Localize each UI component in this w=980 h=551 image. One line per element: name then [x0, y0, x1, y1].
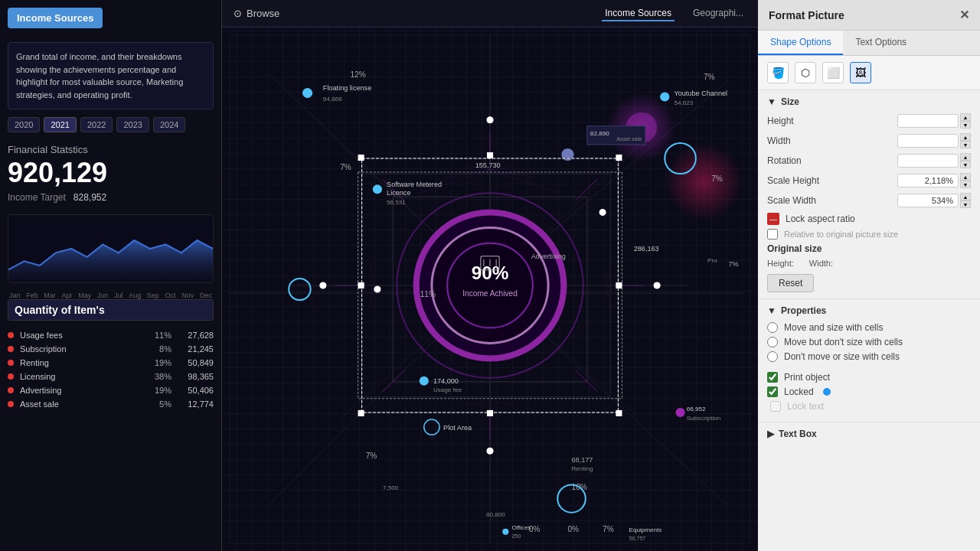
dot-advertising — [8, 387, 14, 393]
format-picture-tabs: Shape Options Text Options — [758, 31, 980, 56]
print-object-checkbox[interactable] — [767, 372, 778, 383]
svg-point-102 — [289, 279, 310, 300]
radio-move-size-input[interactable] — [767, 322, 778, 333]
locked-checkbox[interactable] — [767, 386, 778, 397]
svg-line-40 — [370, 285, 374, 308]
height-down[interactable]: ▼ — [960, 121, 971, 129]
rotation-label: Rotation — [767, 155, 897, 166]
effects-icon-button[interactable]: ⬜ — [822, 62, 844, 83]
radio-move-size-label: Move and size with cells — [784, 322, 883, 333]
svg-text:11%: 11% — [420, 290, 436, 298]
close-button[interactable]: ✕ — [959, 8, 969, 22]
svg-line-13 — [490, 285, 642, 420]
tab-geography[interactable]: Geographi... — [690, 6, 746, 21]
row-val: 50,849 — [172, 358, 214, 367]
year-tab-2023[interactable]: 2023 — [116, 117, 149, 132]
width-row: Width ▲ ▼ — [767, 133, 971, 148]
svg-text:Equipments: Equipments — [629, 527, 662, 533]
scale-width-up[interactable]: ▲ — [960, 193, 971, 201]
original-height-label: Height: — [767, 259, 794, 268]
rotation-down[interactable]: ▼ — [960, 161, 971, 168]
rotation-up[interactable]: ▲ — [960, 153, 971, 161]
row-val: 98,365 — [172, 372, 214, 381]
svg-line-33 — [443, 170, 490, 178]
svg-text:Asset sale: Asset sale — [616, 136, 642, 142]
text-box-label: Text Box — [779, 429, 817, 439]
height-spinner: ▲ ▼ — [960, 113, 971, 129]
svg-line-9 — [490, 285, 727, 505]
svg-line-41 — [370, 262, 374, 285]
canvas-area[interactable]: 90% Income Achived Fl — [222, 28, 758, 551]
border-icon-button[interactable]: ⬡ — [795, 62, 816, 83]
dot-asset-sale — [8, 401, 14, 407]
height-up[interactable]: ▲ — [960, 113, 971, 121]
properties-section-header[interactable]: ▼ Properties — [767, 305, 971, 316]
svg-point-20 — [665, 143, 742, 220]
radio-no-move-input[interactable] — [767, 351, 778, 362]
image-icon-button[interactable]: 🖼 — [850, 62, 871, 83]
svg-point-21 — [561, 148, 573, 161]
scale-height-label: Scale Height — [767, 175, 897, 186]
list-item: Advertising 19% 50,406 — [8, 383, 214, 397]
locked-badge — [823, 388, 831, 396]
svg-rect-42 — [362, 158, 619, 412]
size-section-header[interactable]: ▼ Size — [767, 96, 971, 107]
description-box: Grand total of income, and their breakdo… — [8, 42, 214, 109]
svg-text:12%: 12% — [350, 70, 365, 79]
relative-size-row: Relative to original picture size — [767, 229, 971, 240]
top-bar: ⊙ Browse Income Sources Geographi... — [222, 0, 758, 28]
center-area[interactable]: ⊙ Browse Income Sources Geographi... — [222, 0, 758, 551]
row-name: Usage fees — [20, 331, 141, 340]
original-size-vals: Height: Width: — [767, 259, 971, 268]
fill-icon-button[interactable]: 🪣 — [767, 62, 789, 83]
year-tab-2024[interactable]: 2024 — [153, 117, 185, 132]
tab-income-sources[interactable]: Income Sources — [602, 6, 675, 21]
svg-text:7%: 7% — [603, 525, 614, 533]
svg-line-35 — [420, 170, 490, 193]
width-up[interactable]: ▲ — [960, 133, 971, 141]
svg-line-27 — [383, 370, 404, 392]
scale-width-input[interactable] — [897, 194, 959, 207]
row-pct: 11% — [141, 331, 172, 340]
svg-point-18 — [606, 93, 676, 163]
height-row: Height ▲ ▼ — [767, 113, 971, 129]
scale-width-label: Scale Width — [767, 195, 897, 206]
radio-move-only-input[interactable] — [767, 337, 778, 347]
rotation-input[interactable] — [897, 154, 959, 168]
scale-height-input[interactable] — [897, 174, 959, 187]
svg-text:54,623: 54,623 — [674, 99, 693, 106]
scale-width-down[interactable]: ▼ — [960, 201, 971, 208]
text-box-section[interactable]: ▶ Text Box — [758, 422, 980, 445]
year-tab-2021[interactable]: 2021 — [44, 117, 76, 132]
svg-marker-0 — [8, 240, 213, 282]
year-tab-2022[interactable]: 2022 — [80, 117, 113, 132]
svg-text:94,866: 94,866 — [323, 96, 342, 103]
width-label: Width — [767, 135, 897, 146]
svg-rect-60 — [358, 410, 364, 416]
height-input[interactable] — [897, 114, 959, 128]
svg-text:56,531: 56,531 — [387, 199, 406, 206]
border-icon: ⬡ — [801, 67, 810, 79]
browse-button[interactable]: ⊙ Browse — [234, 8, 279, 19]
reset-button[interactable]: Reset — [767, 274, 814, 292]
income-sources-badge[interactable]: Income Sources — [8, 8, 103, 28]
list-item: Asset sale 5% 12,774 — [8, 397, 214, 411]
row-name: Subscription — [20, 344, 141, 354]
lock-aspect-indicator: — — [767, 213, 779, 225]
svg-line-11 — [490, 143, 642, 285]
tab-text-options[interactable]: Text Options — [843, 31, 919, 55]
lock-text-checkbox[interactable] — [770, 401, 781, 412]
row-name: Asset sale — [20, 399, 141, 409]
width-down[interactable]: ▼ — [960, 141, 971, 148]
relative-size-checkbox[interactable] — [767, 229, 778, 240]
row-pct: 5% — [141, 399, 172, 409]
scale-height-up[interactable]: ▲ — [960, 173, 971, 181]
svg-point-103 — [665, 143, 696, 174]
year-tab-2020[interactable]: 2020 — [8, 117, 40, 132]
svg-rect-58 — [616, 410, 622, 416]
properties-collapse-icon: ▼ — [767, 305, 776, 316]
width-input[interactable] — [897, 134, 959, 148]
scale-height-spinner: ▲ ▼ — [960, 173, 971, 188]
scale-height-down[interactable]: ▼ — [960, 181, 971, 188]
tab-shape-options[interactable]: Shape Options — [758, 31, 843, 55]
